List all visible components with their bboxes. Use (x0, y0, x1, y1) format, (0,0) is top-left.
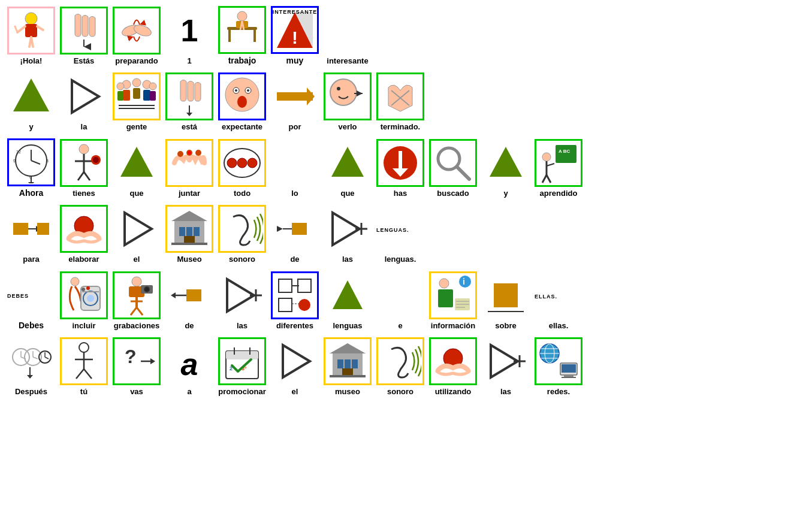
svg-rect-102 (171, 243, 207, 245)
globe-computer-icon (538, 340, 579, 382)
grid-dot-icon (274, 274, 316, 316)
orange-arrow-icon (274, 75, 316, 117)
cell-tienes: tienes (60, 139, 108, 198)
ellas-small-label: ELLAS. (535, 294, 557, 300)
green-triangle-sm3-icon (485, 142, 527, 184)
svg-rect-191 (562, 364, 576, 373)
pic-todo (218, 139, 266, 187)
check-calendar-icon: 2° 3° (221, 340, 263, 382)
cell-juntar: juntar (165, 139, 213, 198)
svg-point-46 (337, 87, 340, 90)
svg-line-120 (131, 307, 137, 315)
label-grabaciones: grabaciones (114, 321, 160, 330)
svg-line-63 (84, 172, 90, 180)
square-left-arrow-icon (274, 208, 316, 250)
cell-diferentes: diferentes (271, 271, 319, 330)
svg-marker-173 (283, 345, 310, 377)
cell-ellas: ELLAS. ellas. (535, 271, 582, 330)
svg-rect-193 (562, 377, 576, 378)
play-triangle-icon (63, 75, 105, 117)
pic-verlo (324, 72, 372, 120)
play-plus3-icon (485, 340, 527, 382)
label-buscado: buscado (435, 189, 471, 198)
pic-la (60, 72, 108, 120)
svg-marker-20 (13, 78, 49, 111)
pic-hola (7, 7, 55, 55)
magnifier-icon (432, 142, 474, 184)
cell-hola: ¡Hola! (7, 7, 55, 65)
svg-rect-1 (25, 24, 37, 37)
label-diferentes: diferentes (276, 321, 313, 330)
hands-down-icon (63, 10, 105, 52)
cell-a: a a (165, 337, 213, 396)
pic-terminado (376, 72, 424, 120)
cell-y1: y (7, 72, 55, 131)
label-por: por (277, 122, 313, 131)
svg-rect-99 (186, 227, 192, 236)
svg-marker-95 (125, 213, 152, 245)
pic-sonoro2 (376, 337, 424, 385)
label-aprendido: aprendido (540, 189, 578, 198)
person-board-icon: A BC (538, 142, 579, 184)
svg-point-140 (459, 276, 471, 288)
pic-vas: ? (113, 337, 161, 385)
svg-rect-98 (179, 227, 185, 236)
cell-vas: ? vas (113, 337, 161, 396)
svg-rect-42 (277, 92, 295, 101)
svg-rect-31 (150, 91, 156, 101)
svg-rect-115 (82, 291, 99, 292)
pic-e (376, 271, 424, 319)
label-expectante: expectante (222, 122, 262, 131)
svg-rect-82 (556, 145, 576, 163)
label-e: e (382, 321, 418, 330)
pic-incluir (60, 271, 108, 319)
svg-rect-192 (564, 375, 573, 377)
label-utilizando: utilizando (435, 387, 472, 396)
svg-point-40 (247, 89, 249, 92)
svg-point-67 (177, 151, 183, 157)
page: ¡Hola! Estás (0, 0, 812, 409)
pic-que2 (324, 139, 372, 187)
svg-marker-127 (171, 292, 176, 298)
svg-rect-23 (123, 90, 130, 101)
svg-text:3: 3 (46, 159, 49, 163)
play-triangle2-icon (116, 208, 158, 250)
hands-rotate-icon (116, 10, 158, 52)
svg-point-134 (298, 299, 310, 311)
svg-rect-168 (226, 351, 258, 359)
svg-rect-103 (292, 223, 307, 235)
cell-museo2: museo (324, 337, 372, 396)
label-despues: Después (13, 387, 49, 396)
pic-informacion: i (429, 271, 477, 319)
red-circle-down-icon (379, 142, 421, 184)
cell-preparando: preparando (113, 7, 161, 65)
svg-point-73 (237, 158, 247, 168)
pic-ahora: 12 3 6 9 (7, 138, 55, 186)
letter-a-icon: a (181, 346, 198, 382)
svg-point-30 (149, 83, 156, 90)
svg-marker-66 (120, 147, 153, 177)
svg-point-69 (195, 150, 201, 156)
cell-buscado: buscado (429, 139, 477, 198)
label-elaborar: elaborar (66, 255, 102, 264)
cell-promocionar: 2° 3° promocionar (218, 337, 266, 396)
cell-sonoro1: sonoro (218, 205, 266, 264)
cell-que2: que (324, 139, 372, 198)
svg-text:i: i (463, 277, 465, 286)
svg-text:!: ! (292, 28, 298, 47)
cell-grabaciones: grabaciones (113, 271, 161, 330)
label-promocionar: promocionar (218, 387, 265, 396)
svg-point-112 (87, 295, 94, 302)
pic-lo (271, 139, 319, 187)
pic-grabaciones (113, 271, 161, 319)
cell-muy: INTERESANTE ! muy (271, 6, 319, 65)
cell-estas: Estás (60, 7, 108, 65)
clocks-icon (10, 340, 52, 382)
pic-gente (113, 72, 161, 120)
label-de1: de (277, 255, 313, 264)
debes-small-label: DEBES (7, 293, 29, 299)
svg-rect-100 (194, 227, 200, 236)
label-que1: que (119, 189, 155, 198)
cell-redes: redes. (535, 337, 582, 396)
label-hola: ¡Hola! (13, 56, 49, 65)
